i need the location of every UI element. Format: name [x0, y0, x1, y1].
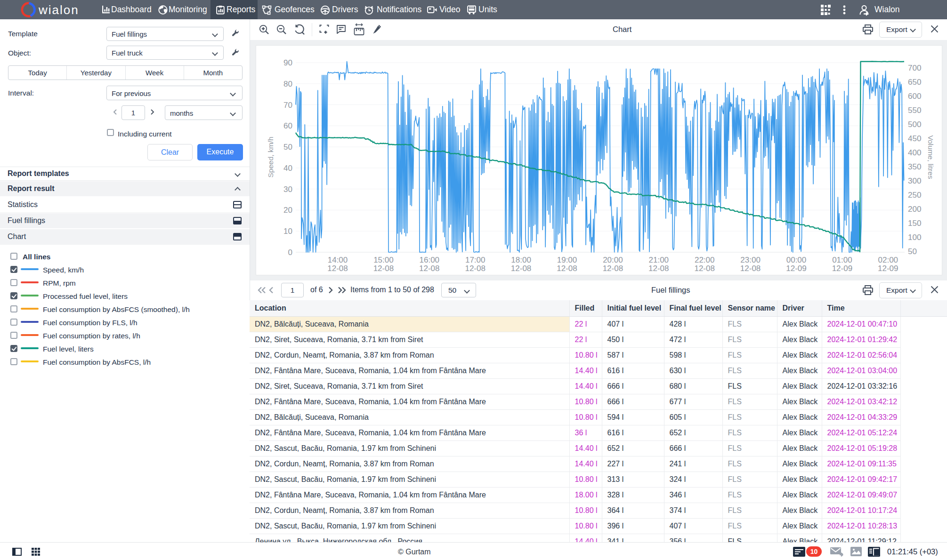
svg-text:00:00: 00:00 — [786, 256, 807, 264]
svg-text:12-08: 12-08 — [373, 264, 394, 273]
svg-text:500: 500 — [908, 120, 921, 129]
svg-text:12-09: 12-09 — [786, 264, 806, 273]
svg-text:12-09: 12-09 — [878, 264, 898, 273]
svg-text:21:00: 21:00 — [649, 256, 669, 264]
svg-text:100: 100 — [908, 233, 921, 242]
svg-text:30: 30 — [283, 185, 292, 194]
svg-text:12-08: 12-08 — [465, 264, 485, 273]
svg-text:80: 80 — [283, 80, 292, 88]
svg-text:650: 650 — [908, 78, 921, 87]
svg-text:200: 200 — [908, 205, 921, 214]
svg-text:50: 50 — [908, 247, 917, 256]
svg-text:12-08: 12-08 — [557, 264, 577, 273]
svg-text:70: 70 — [283, 101, 292, 110]
svg-text:Speed, km/h: Speed, km/h — [267, 136, 275, 177]
svg-text:700: 700 — [908, 64, 921, 72]
svg-text:17:00: 17:00 — [465, 256, 486, 264]
svg-text:12-08: 12-08 — [694, 264, 714, 273]
svg-text:14:00: 14:00 — [328, 256, 348, 264]
svg-text:12-08: 12-08 — [740, 264, 761, 273]
svg-text:50: 50 — [283, 143, 292, 152]
svg-text:19:00: 19:00 — [557, 256, 577, 264]
svg-text:12-08: 12-08 — [327, 264, 348, 273]
svg-text:250: 250 — [908, 191, 921, 200]
svg-text:450: 450 — [908, 134, 921, 143]
svg-text:12-08: 12-08 — [511, 264, 531, 273]
svg-text:90: 90 — [283, 58, 292, 67]
svg-text:01:00: 01:00 — [832, 256, 852, 264]
svg-text:18:00: 18:00 — [511, 256, 531, 264]
svg-text:150: 150 — [908, 219, 921, 228]
svg-text:400: 400 — [908, 148, 921, 157]
svg-text:02:00: 02:00 — [878, 256, 898, 264]
svg-text:12-08: 12-08 — [419, 264, 439, 273]
svg-text:23:00: 23:00 — [740, 256, 761, 264]
svg-text:15:00: 15:00 — [373, 256, 394, 264]
svg-text:Volume, litres: Volume, litres — [927, 135, 935, 179]
svg-text:300: 300 — [908, 176, 921, 185]
svg-text:12-08: 12-08 — [603, 264, 623, 273]
svg-text:12-09: 12-09 — [832, 264, 852, 273]
svg-text:600: 600 — [908, 92, 921, 101]
svg-text:350: 350 — [908, 162, 921, 171]
svg-text:12-08: 12-08 — [648, 264, 669, 273]
svg-text:0: 0 — [288, 248, 292, 257]
svg-text:40: 40 — [283, 164, 292, 173]
svg-text:20: 20 — [283, 206, 292, 215]
svg-text:60: 60 — [283, 121, 292, 130]
svg-text:22:00: 22:00 — [695, 256, 715, 264]
svg-text:16:00: 16:00 — [420, 256, 440, 264]
svg-text:550: 550 — [908, 106, 921, 115]
svg-text:10: 10 — [283, 227, 292, 236]
svg-text:20:00: 20:00 — [603, 256, 623, 264]
